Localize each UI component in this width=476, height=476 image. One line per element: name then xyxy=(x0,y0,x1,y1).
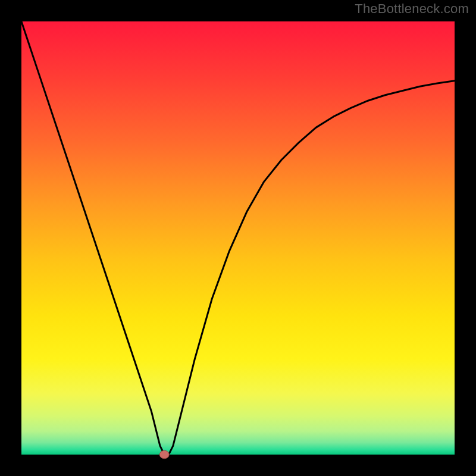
chart-container: { "watermark": "TheBottleneck.com", "cha… xyxy=(0,0,476,476)
chart-svg xyxy=(0,0,476,476)
chart-background-gradient xyxy=(21,21,455,455)
dip-point-marker xyxy=(159,450,169,459)
watermark-text: TheBottleneck.com xyxy=(355,1,469,17)
